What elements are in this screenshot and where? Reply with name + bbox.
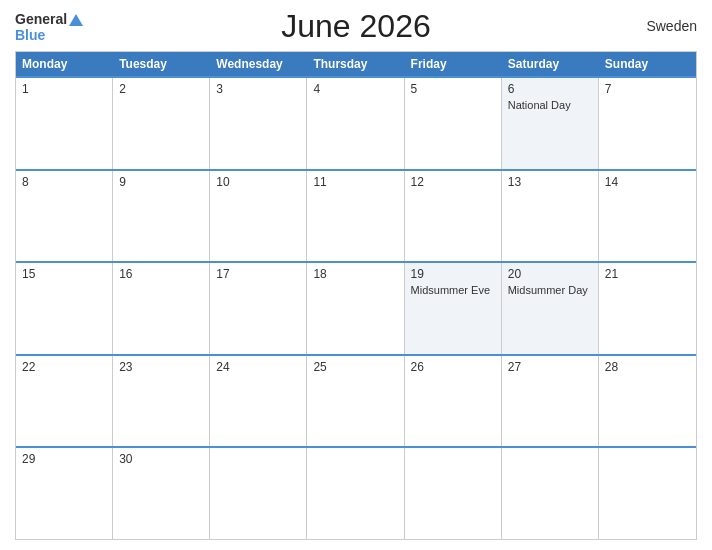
day-number: 9 bbox=[119, 175, 203, 189]
cell-2-2: 9 bbox=[113, 171, 210, 262]
day-number: 25 bbox=[313, 360, 397, 374]
event-label: National Day bbox=[508, 98, 592, 112]
logo-blue-text: Blue bbox=[15, 28, 45, 43]
cell-3-5: 19Midsummer Eve bbox=[405, 263, 502, 354]
cell-1-5: 5 bbox=[405, 78, 502, 169]
cell-1-4: 4 bbox=[307, 78, 404, 169]
day-number: 27 bbox=[508, 360, 592, 374]
cell-2-5: 12 bbox=[405, 171, 502, 262]
cell-4-1: 22 bbox=[16, 356, 113, 447]
col-monday: Monday bbox=[16, 52, 113, 76]
day-number: 10 bbox=[216, 175, 300, 189]
day-number: 1 bbox=[22, 82, 106, 96]
page: General Blue June 2026 Sweden Monday Tue… bbox=[0, 0, 712, 550]
cell-2-4: 11 bbox=[307, 171, 404, 262]
cell-1-6: 6National Day bbox=[502, 78, 599, 169]
logo-general-text: General bbox=[15, 10, 83, 28]
event-label: Midsummer Eve bbox=[411, 283, 495, 297]
day-number: 2 bbox=[119, 82, 203, 96]
day-number: 21 bbox=[605, 267, 690, 281]
col-wednesday: Wednesday bbox=[210, 52, 307, 76]
day-number: 17 bbox=[216, 267, 300, 281]
week-3: 1516171819Midsummer Eve20Midsummer Day21 bbox=[16, 261, 696, 354]
cell-2-6: 13 bbox=[502, 171, 599, 262]
day-number: 24 bbox=[216, 360, 300, 374]
cell-2-3: 10 bbox=[210, 171, 307, 262]
col-friday: Friday bbox=[405, 52, 502, 76]
country-label: Sweden bbox=[646, 18, 697, 34]
cell-2-1: 8 bbox=[16, 171, 113, 262]
week-5: 2930 bbox=[16, 446, 696, 539]
cell-4-2: 23 bbox=[113, 356, 210, 447]
cell-3-2: 16 bbox=[113, 263, 210, 354]
day-number: 3 bbox=[216, 82, 300, 96]
cell-4-5: 26 bbox=[405, 356, 502, 447]
cell-3-1: 15 bbox=[16, 263, 113, 354]
day-number: 6 bbox=[508, 82, 592, 96]
logo-triangle-icon bbox=[69, 14, 83, 26]
cell-4-6: 27 bbox=[502, 356, 599, 447]
event-label: Midsummer Day bbox=[508, 283, 592, 297]
day-number: 23 bbox=[119, 360, 203, 374]
header: General Blue June 2026 Sweden bbox=[15, 10, 697, 43]
day-number: 13 bbox=[508, 175, 592, 189]
cell-4-7: 28 bbox=[599, 356, 696, 447]
page-title: June 2026 bbox=[281, 8, 430, 45]
day-number: 11 bbox=[313, 175, 397, 189]
cell-4-3: 24 bbox=[210, 356, 307, 447]
day-number: 15 bbox=[22, 267, 106, 281]
day-number: 26 bbox=[411, 360, 495, 374]
calendar-body: 123456National Day7891011121314151617181… bbox=[16, 76, 696, 539]
col-tuesday: Tuesday bbox=[113, 52, 210, 76]
day-number: 19 bbox=[411, 267, 495, 281]
cell-5-6 bbox=[502, 448, 599, 539]
logo: General Blue bbox=[15, 10, 83, 43]
col-sunday: Sunday bbox=[599, 52, 696, 76]
day-number: 14 bbox=[605, 175, 690, 189]
day-number: 20 bbox=[508, 267, 592, 281]
cell-1-3: 3 bbox=[210, 78, 307, 169]
col-thursday: Thursday bbox=[307, 52, 404, 76]
cell-1-1: 1 bbox=[16, 78, 113, 169]
day-number: 29 bbox=[22, 452, 106, 466]
day-number: 5 bbox=[411, 82, 495, 96]
day-number: 18 bbox=[313, 267, 397, 281]
cell-1-7: 7 bbox=[599, 78, 696, 169]
day-number: 28 bbox=[605, 360, 690, 374]
cell-5-4 bbox=[307, 448, 404, 539]
col-saturday: Saturday bbox=[502, 52, 599, 76]
calendar-header: Monday Tuesday Wednesday Thursday Friday… bbox=[16, 52, 696, 76]
day-number: 30 bbox=[119, 452, 203, 466]
day-number: 7 bbox=[605, 82, 690, 96]
day-number: 8 bbox=[22, 175, 106, 189]
cell-5-3 bbox=[210, 448, 307, 539]
cell-3-7: 21 bbox=[599, 263, 696, 354]
cell-5-7 bbox=[599, 448, 696, 539]
cell-5-1: 29 bbox=[16, 448, 113, 539]
week-1: 123456National Day7 bbox=[16, 76, 696, 169]
cell-5-2: 30 bbox=[113, 448, 210, 539]
cell-3-6: 20Midsummer Day bbox=[502, 263, 599, 354]
cell-1-2: 2 bbox=[113, 78, 210, 169]
cell-3-4: 18 bbox=[307, 263, 404, 354]
cell-5-5 bbox=[405, 448, 502, 539]
day-number: 4 bbox=[313, 82, 397, 96]
day-number: 16 bbox=[119, 267, 203, 281]
day-number: 12 bbox=[411, 175, 495, 189]
cell-3-3: 17 bbox=[210, 263, 307, 354]
week-2: 891011121314 bbox=[16, 169, 696, 262]
week-4: 22232425262728 bbox=[16, 354, 696, 447]
cell-2-7: 14 bbox=[599, 171, 696, 262]
calendar: Monday Tuesday Wednesday Thursday Friday… bbox=[15, 51, 697, 540]
day-number: 22 bbox=[22, 360, 106, 374]
cell-4-4: 25 bbox=[307, 356, 404, 447]
